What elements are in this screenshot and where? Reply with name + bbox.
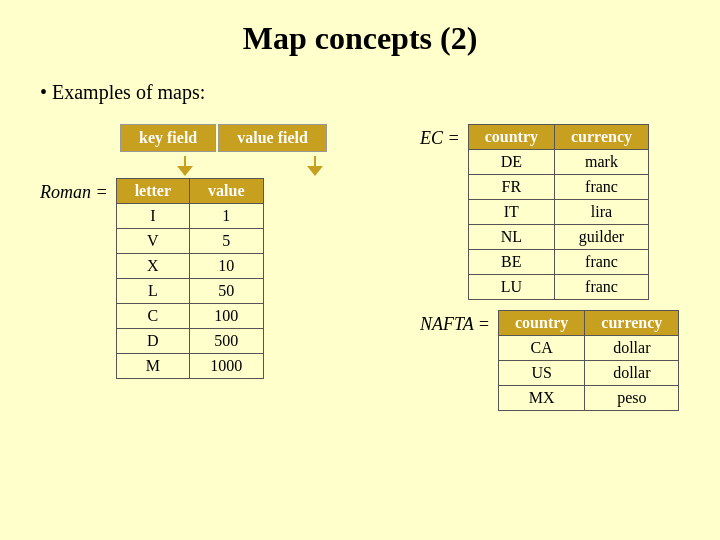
nafta-section: NAFTA = countrycurrencyCAdollarUSdollarM… bbox=[420, 310, 679, 411]
svg-marker-1 bbox=[177, 166, 193, 176]
content-area: key field value field bbox=[40, 124, 680, 411]
nafta-label: NAFTA = bbox=[420, 314, 490, 335]
field-labels-row: key field value field bbox=[120, 124, 327, 152]
bullet-section: • Examples of maps: bbox=[40, 81, 680, 104]
value-arrow-icon bbox=[285, 156, 345, 176]
ec-table: countrycurrencyDEmarkFRfrancITliraNLguil… bbox=[468, 124, 649, 300]
key-field-label: key field bbox=[120, 124, 216, 152]
subtitle: Examples of maps: bbox=[52, 81, 205, 103]
ec-section: EC = countrycurrencyDEmarkFRfrancITliraN… bbox=[420, 124, 679, 300]
right-side: EC = countrycurrencyDEmarkFRfrancITliraN… bbox=[420, 124, 679, 411]
key-arrow bbox=[120, 156, 250, 176]
roman-label: Roman = bbox=[40, 182, 108, 203]
left-side: key field value field bbox=[40, 124, 380, 379]
arrows-row bbox=[120, 156, 380, 176]
value-field-label: value field bbox=[218, 124, 327, 152]
svg-marker-3 bbox=[307, 166, 323, 176]
roman-row: Roman = lettervalueI1V5X10L50C100D500M10… bbox=[40, 178, 264, 379]
value-arrow bbox=[250, 156, 380, 176]
nafta-table: countrycurrencyCAdollarUSdollarMXpeso bbox=[498, 310, 679, 411]
page: Map concepts (2) • Examples of maps: key… bbox=[0, 0, 720, 540]
key-arrow-icon bbox=[155, 156, 215, 176]
roman-table: lettervalueI1V5X10L50C100D500M1000 bbox=[116, 178, 264, 379]
ec-label: EC = bbox=[420, 128, 460, 149]
page-title: Map concepts (2) bbox=[40, 20, 680, 57]
